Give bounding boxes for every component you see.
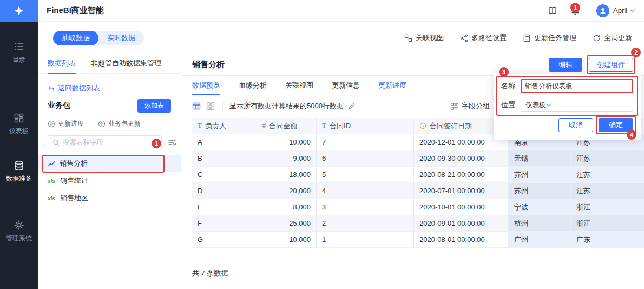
global-actions: 关联视图 多路径设置 更新任务管理 全局更新 [404, 33, 632, 43]
list-item-sales-analysis[interactable]: 销售分析 [38, 155, 181, 172]
table-cell: 8,000 [257, 199, 317, 215]
component-name-input[interactable] [521, 79, 633, 93]
search-row [48, 135, 176, 149]
table-cell: B [192, 150, 257, 167]
tab-relation-view[interactable]: 关联视图 [285, 76, 313, 96]
docs-book-icon[interactable] [548, 6, 557, 16]
sidebar-item-directory[interactable]: 目录 [0, 41, 38, 64]
main-header: 销售分析 编辑 创建组件 [181, 54, 644, 76]
package-row: 业务包 添加表 [48, 98, 171, 113]
page-title: 销售分析 [192, 60, 225, 70]
text-type-icon: T [198, 122, 202, 130]
table-cell: 18,000 [257, 167, 317, 183]
user-avatar[interactable] [596, 4, 609, 17]
sidebar-item-admin[interactable]: 管理系统 [0, 220, 38, 243]
multi-path-settings-button[interactable]: 多路径设置 [460, 33, 507, 43]
package-title: 业务包 [48, 101, 70, 110]
confirm-button[interactable]: 确定 [599, 118, 633, 132]
table-cell: 苏州 [509, 183, 571, 199]
table-body: A10,00072020-12-01 00:00:00南京江苏B9,000620… [192, 134, 644, 248]
back-to-data-list-link[interactable]: 返回数据列表 [48, 83, 100, 93]
list-filter-icon[interactable] [168, 138, 176, 147]
sidebar-item-dashboard[interactable]: 仪表板 [0, 113, 38, 136]
tab-non-admin-dataset-manage[interactable]: 非超管自助数据集管理 [91, 54, 161, 74]
name-label: 名称 [501, 81, 516, 91]
sidebar: 目录 仪表板 数据准备 管理系统 [0, 0, 38, 289]
edit-button[interactable]: 编辑 [549, 58, 582, 72]
left-panel-tabs: 数据列表 非超管自助数据集管理 [38, 54, 181, 74]
table-cell: 2020-08-01 00:00:00 [414, 232, 509, 248]
sidebar-item-data-preparation[interactable]: 数据准备 [0, 160, 38, 183]
database-icon [14, 160, 24, 171]
update-links-row: 更新进度 业务包更新 [48, 119, 141, 128]
user-name[interactable]: April [613, 6, 627, 15]
text-type-icon: T [322, 122, 326, 130]
add-table-button[interactable]: 添加表 [137, 99, 171, 113]
tab-data-list[interactable]: 数据列表 [48, 54, 76, 74]
topbar-right: April [548, 4, 635, 17]
notifications-bell-icon[interactable] [570, 6, 580, 16]
table-row: F25,00022020-09-01 00:00:00杭州浙江 [192, 215, 644, 232]
table-cell: 江苏 [571, 183, 644, 199]
table-row: E8,00032020-10-01 00:00:00宁波浙江 [192, 199, 644, 215]
update-progress-link[interactable]: 更新进度 [48, 119, 84, 128]
table-cell: 1 [317, 232, 414, 248]
table-view-icon[interactable] [192, 102, 201, 110]
table-cell: 无锡 [509, 150, 571, 167]
finebi-app: 目录 仪表板 数据准备 管理系统 FineBI商业智能 [0, 0, 644, 289]
app-title: FineBI商业智能 [47, 5, 104, 16]
tab-lineage-analysis[interactable]: 血缘分析 [239, 76, 267, 96]
realtime-data-toggle[interactable]: 实时数据 [98, 31, 144, 45]
progress-icon [48, 120, 55, 128]
create-component-button[interactable]: 创建组件 [589, 58, 633, 72]
table-cell: 2 [317, 215, 414, 232]
user-menu-chevron-down-icon[interactable] [630, 9, 635, 13]
table-cell: 9,000 [257, 150, 317, 167]
table-cell: D [192, 183, 257, 199]
update-task-manage-button[interactable]: 更新任务管理 [523, 33, 576, 43]
table-cell: 杭州 [509, 215, 571, 232]
field-group-button[interactable]: 字段分组 [450, 101, 490, 111]
table-row: B9,00062020-09-30 00:00:00无锡江苏 [192, 150, 644, 167]
table-cell: 10,000 [257, 232, 317, 248]
table-cell: C [192, 167, 257, 183]
column-header[interactable]: # 合同金额 [257, 118, 317, 134]
table-cell: 3 [317, 199, 414, 215]
table-cell: 江苏 [571, 150, 644, 167]
search-icon [52, 139, 60, 146]
table-cell: 广州 [509, 232, 571, 248]
tab-update-progress[interactable]: 更新进度 [378, 76, 406, 96]
relation-view-button[interactable]: 关联视图 [404, 33, 444, 43]
table-cell: 4 [317, 183, 414, 199]
row-count: 共 7 条数据 [192, 268, 228, 278]
table-cell: 苏州 [509, 167, 571, 183]
table-cell: 宁波 [509, 199, 571, 215]
relation-view-icon [404, 34, 412, 42]
list-item-sales-stats[interactable]: xls 销售统计 [38, 172, 181, 189]
table-cell: 江苏 [571, 167, 644, 183]
cancel-button[interactable]: 取消 [558, 118, 593, 132]
field-group-icon [450, 102, 458, 110]
global-update-button[interactable]: 全局更新 [593, 33, 632, 43]
table-cell: 7 [317, 134, 414, 150]
app-logo[interactable] [0, 0, 38, 22]
edit-pencil-icon[interactable] [348, 102, 356, 110]
tab-update-info[interactable]: 更新信息 [332, 76, 360, 96]
xls-icon: xls [48, 178, 56, 184]
table-cell: 2020-09-01 00:00:00 [414, 215, 509, 232]
task-list-icon [523, 34, 531, 42]
list-item-sales-region[interactable]: xls 销售地区 [38, 189, 181, 207]
panel-resize-handle[interactable]: ⋮⋮ [175, 154, 184, 160]
column-header[interactable]: T 合同ID [317, 118, 414, 134]
extract-data-toggle[interactable]: 抽取数据 [53, 31, 98, 45]
package-update-link[interactable]: 业务包更新 [98, 119, 141, 128]
header-buttons: 编辑 创建组件 [549, 58, 633, 72]
gear-icon [14, 220, 24, 231]
tab-data-preview[interactable]: 数据预览 [192, 76, 220, 96]
row-limit-info: 显示所有数据计算结果的5000行数据 [229, 101, 344, 111]
search-input[interactable] [63, 139, 157, 146]
card-view-icon[interactable] [206, 102, 215, 110]
left-panel: 数据列表 非超管自助数据集管理 返回数据列表 业务包 添加表 更新进度 业务包更… [38, 54, 181, 289]
column-header[interactable]: T 负责人 [192, 118, 257, 134]
location-select[interactable]: 仪表板 [521, 98, 633, 112]
